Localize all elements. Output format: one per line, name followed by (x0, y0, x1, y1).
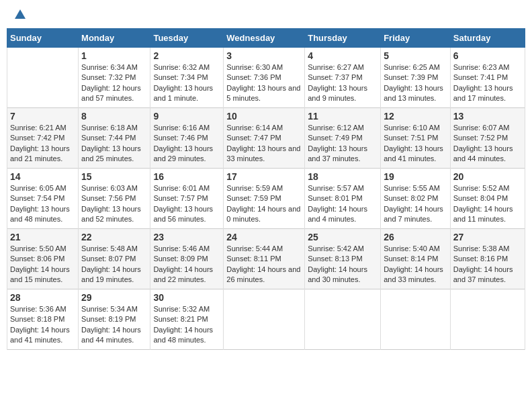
day-info: Sunrise: 5:38 AMSunset: 8:16 PMDaylight:… (453, 244, 522, 285)
day-info: Sunrise: 6:16 AMSunset: 7:46 PMDaylight:… (153, 123, 220, 165)
calendar-cell (7, 48, 79, 108)
column-header-monday: Monday (79, 29, 150, 48)
day-info: Sunrise: 6:01 AMSunset: 7:57 PMDaylight:… (153, 183, 220, 225)
calendar-cell: 18Sunrise: 5:57 AMSunset: 8:01 PMDayligh… (305, 169, 381, 229)
calendar-cell: 9Sunrise: 6:16 AMSunset: 7:46 PMDaylight… (150, 108, 224, 169)
calendar-cell: 17Sunrise: 5:59 AMSunset: 7:59 PMDayligh… (224, 169, 305, 229)
calendar-cell: 2Sunrise: 6:32 AMSunset: 7:34 PMDaylight… (150, 48, 224, 108)
column-header-tuesday: Tuesday (150, 29, 224, 48)
calendar-cell: 24Sunrise: 5:44 AMSunset: 8:11 PMDayligh… (224, 229, 305, 289)
day-number: 12 (384, 111, 447, 122)
page-header (7, 7, 525, 24)
column-header-wednesday: Wednesday (224, 29, 305, 48)
day-info: Sunrise: 5:59 AMSunset: 7:59 PMDaylight:… (226, 183, 302, 225)
day-number: 7 (10, 111, 75, 122)
day-number: 9 (153, 111, 220, 122)
calendar-cell (381, 289, 451, 350)
day-info: Sunrise: 5:44 AMSunset: 8:11 PMDaylight:… (226, 244, 302, 285)
day-info: Sunrise: 6:07 AMSunset: 7:52 PMDaylight:… (453, 123, 522, 165)
header-row: SundayMondayTuesdayWednesdayThursdayFrid… (7, 29, 525, 48)
day-number: 26 (384, 232, 447, 242)
column-header-saturday: Saturday (450, 29, 525, 48)
day-number: 8 (81, 111, 147, 122)
calendar-cell: 30Sunrise: 5:32 AMSunset: 8:21 PMDayligh… (150, 289, 224, 350)
day-number: 6 (453, 50, 522, 61)
calendar-cell: 23Sunrise: 5:46 AMSunset: 8:09 PMDayligh… (150, 229, 224, 289)
day-info: Sunrise: 5:48 AMSunset: 8:07 PMDaylight:… (81, 244, 147, 285)
day-info: Sunrise: 5:46 AMSunset: 8:09 PMDaylight:… (153, 244, 220, 285)
day-info: Sunrise: 5:50 AMSunset: 8:06 PMDaylight:… (10, 244, 75, 285)
day-number: 22 (81, 232, 147, 242)
day-number: 17 (226, 171, 302, 182)
calendar-cell: 26Sunrise: 5:40 AMSunset: 8:14 PMDayligh… (381, 229, 451, 289)
calendar-cell (450, 289, 525, 350)
day-info: Sunrise: 5:40 AMSunset: 8:14 PMDaylight:… (384, 244, 447, 285)
week-row-3: 14Sunrise: 6:05 AMSunset: 7:54 PMDayligh… (7, 169, 525, 229)
calendar-cell (305, 289, 381, 350)
svg-marker-0 (15, 9, 26, 19)
week-row-4: 21Sunrise: 5:50 AMSunset: 8:06 PMDayligh… (7, 229, 525, 289)
calendar-cell: 15Sunrise: 6:03 AMSunset: 7:56 PMDayligh… (79, 169, 150, 229)
calendar-table: SundayMondayTuesdayWednesdayThursdayFrid… (7, 28, 525, 350)
day-number: 27 (453, 232, 522, 242)
day-number: 14 (10, 171, 75, 182)
calendar-cell: 10Sunrise: 6:14 AMSunset: 7:47 PMDayligh… (224, 108, 305, 169)
logo-triangle-icon (13, 8, 27, 21)
calendar-cell: 5Sunrise: 6:25 AMSunset: 7:39 PMDaylight… (381, 48, 451, 108)
calendar-cell: 13Sunrise: 6:07 AMSunset: 7:52 PMDayligh… (450, 108, 525, 169)
day-info: Sunrise: 6:27 AMSunset: 7:37 PMDaylight:… (308, 62, 378, 104)
day-info: Sunrise: 5:34 AMSunset: 8:19 PMDaylight:… (81, 304, 147, 346)
day-info: Sunrise: 6:32 AMSunset: 7:34 PMDaylight:… (153, 62, 220, 104)
day-info: Sunrise: 6:03 AMSunset: 7:56 PMDaylight:… (81, 183, 147, 225)
column-header-sunday: Sunday (7, 29, 79, 48)
day-number: 19 (384, 171, 447, 182)
week-row-2: 7Sunrise: 6:21 AMSunset: 7:42 PMDaylight… (7, 108, 525, 169)
day-info: Sunrise: 5:52 AMSunset: 8:04 PMDaylight:… (453, 183, 522, 225)
calendar-cell: 14Sunrise: 6:05 AMSunset: 7:54 PMDayligh… (7, 169, 79, 229)
calendar-cell: 7Sunrise: 6:21 AMSunset: 7:42 PMDaylight… (7, 108, 79, 169)
calendar-cell: 6Sunrise: 6:23 AMSunset: 7:41 PMDaylight… (450, 48, 525, 108)
calendar-cell: 22Sunrise: 5:48 AMSunset: 8:07 PMDayligh… (79, 229, 150, 289)
calendar-cell: 4Sunrise: 6:27 AMSunset: 7:37 PMDaylight… (305, 48, 381, 108)
week-row-5: 28Sunrise: 5:36 AMSunset: 8:18 PMDayligh… (7, 289, 525, 350)
calendar-cell: 20Sunrise: 5:52 AMSunset: 8:04 PMDayligh… (450, 169, 525, 229)
day-number: 28 (10, 292, 75, 303)
day-info: Sunrise: 6:10 AMSunset: 7:51 PMDaylight:… (384, 123, 447, 165)
week-row-1: 1Sunrise: 6:34 AMSunset: 7:32 PMDaylight… (7, 48, 525, 108)
day-number: 30 (153, 292, 220, 303)
day-number: 2 (153, 50, 220, 61)
calendar-cell: 21Sunrise: 5:50 AMSunset: 8:06 PMDayligh… (7, 229, 79, 289)
calendar-cell: 3Sunrise: 6:30 AMSunset: 7:36 PMDaylight… (224, 48, 305, 108)
calendar-cell: 28Sunrise: 5:36 AMSunset: 8:18 PMDayligh… (7, 289, 79, 350)
day-number: 29 (81, 292, 147, 303)
calendar-cell: 25Sunrise: 5:42 AMSunset: 8:13 PMDayligh… (305, 229, 381, 289)
day-number: 3 (226, 50, 302, 61)
day-info: Sunrise: 6:12 AMSunset: 7:49 PMDaylight:… (308, 123, 378, 165)
day-number: 18 (308, 171, 378, 182)
day-info: Sunrise: 6:05 AMSunset: 7:54 PMDaylight:… (10, 183, 75, 225)
column-header-friday: Friday (381, 29, 451, 48)
day-info: Sunrise: 5:36 AMSunset: 8:18 PMDaylight:… (10, 304, 75, 346)
calendar-cell: 8Sunrise: 6:18 AMSunset: 7:44 PMDaylight… (79, 108, 150, 169)
calendar-cell: 29Sunrise: 5:34 AMSunset: 8:19 PMDayligh… (79, 289, 150, 350)
day-info: Sunrise: 6:30 AMSunset: 7:36 PMDaylight:… (226, 62, 302, 104)
calendar-cell: 12Sunrise: 6:10 AMSunset: 7:51 PMDayligh… (381, 108, 451, 169)
day-info: Sunrise: 5:32 AMSunset: 8:21 PMDaylight:… (153, 304, 220, 346)
day-info: Sunrise: 6:25 AMSunset: 7:39 PMDaylight:… (384, 62, 447, 104)
day-info: Sunrise: 5:42 AMSunset: 8:13 PMDaylight:… (308, 244, 378, 285)
day-number: 25 (308, 232, 378, 242)
calendar-cell: 1Sunrise: 6:34 AMSunset: 7:32 PMDaylight… (79, 48, 150, 108)
day-number: 20 (453, 171, 522, 182)
day-number: 16 (153, 171, 220, 182)
day-number: 15 (81, 171, 147, 182)
day-number: 4 (308, 50, 378, 61)
day-number: 21 (10, 232, 75, 242)
day-number: 23 (153, 232, 220, 242)
day-info: Sunrise: 6:18 AMSunset: 7:44 PMDaylight:… (81, 123, 147, 165)
calendar-cell: 27Sunrise: 5:38 AMSunset: 8:16 PMDayligh… (450, 229, 525, 289)
calendar-cell: 16Sunrise: 6:01 AMSunset: 7:57 PMDayligh… (150, 169, 224, 229)
column-header-thursday: Thursday (305, 29, 381, 48)
day-info: Sunrise: 5:55 AMSunset: 8:02 PMDaylight:… (384, 183, 447, 225)
day-info: Sunrise: 6:23 AMSunset: 7:41 PMDaylight:… (453, 62, 522, 104)
day-number: 10 (226, 111, 302, 122)
